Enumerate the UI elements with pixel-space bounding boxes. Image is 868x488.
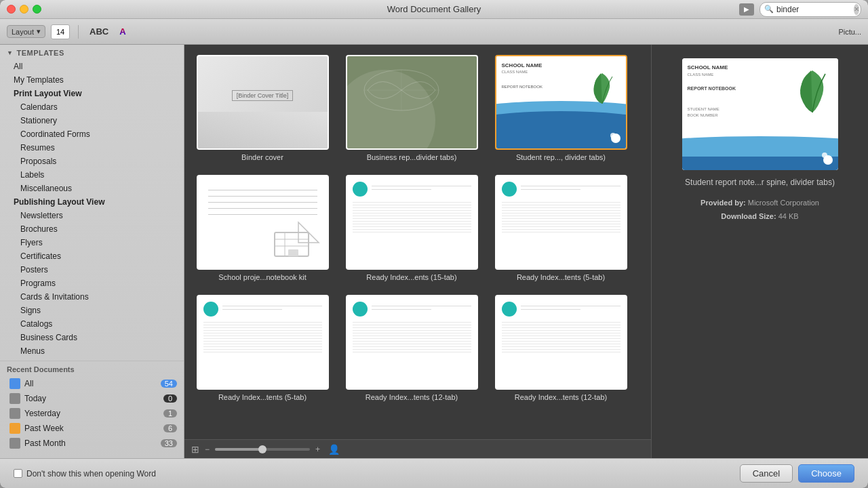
sidebar-item-brochures[interactable]: Brochures <box>0 222 184 236</box>
sidebar-item-programs[interactable]: Programs <box>0 277 184 290</box>
index-lines-5-2 <box>521 186 620 192</box>
sidebar-item-miscellaneous[interactable]: Miscellaneous <box>0 182 184 195</box>
sidebar-item-proposals[interactable]: Proposals <box>0 155 184 168</box>
template-card-notebook-kit[interactable]: School proje...notebook kit <box>195 175 330 281</box>
sidebar-item-resumes[interactable]: Resumes <box>0 141 184 155</box>
template-thumb-student-rep: SCHOOL NAME CLASS NAME REPORT NOTEBOOK S… <box>495 55 627 150</box>
window-title: Word Document Gallery <box>387 4 481 14</box>
template-label-business-rep: Business rep...divider tabs) <box>367 153 457 161</box>
recent-item-past-month[interactable]: Past Month 33 <box>0 436 184 451</box>
sidebar-item-labels[interactable]: Labels <box>0 168 184 182</box>
minimize-button[interactable] <box>20 5 28 14</box>
sidebar: ▼ TEMPLATES All My Templates Print Layou… <box>0 45 184 458</box>
cancel-button[interactable]: Cancel <box>740 464 793 483</box>
template-label-ready-index-15: Ready Index...ents (15-tab) <box>366 273 456 281</box>
teal-circle-15 <box>353 182 368 197</box>
template-thumb-notebook-kit <box>197 175 329 270</box>
maximize-button[interactable] <box>33 5 41 14</box>
recent-count-past-week: 6 <box>163 424 177 432</box>
sidebar-item-certificates[interactable]: Certificates <box>0 249 184 263</box>
sidebar-item-cards-invitations[interactable]: Cards & Invitations <box>0 290 184 304</box>
template-card-ready-index-15[interactable]: Ready Index...ents (15-tab) <box>344 175 479 281</box>
main-content: ▼ TEMPLATES All My Templates Print Layou… <box>0 45 868 458</box>
template-card-ready-index-12-col3[interactable]: Ready Index...tents (12-tab) <box>493 295 629 401</box>
sidebar-item-business-cards[interactable]: Business Cards <box>0 331 184 344</box>
recent-label-today: Today <box>24 394 159 403</box>
toolbar: Layout ▾ 14 ABC A Pictu... <box>0 19 868 45</box>
person-icon: 👤 <box>328 444 340 455</box>
sidebar-item-coordinated-forms[interactable]: Coordinated Forms <box>0 127 184 141</box>
template-thumb-ready-index-12-col3 <box>495 295 627 390</box>
template-label-ready-index-5-row2: Ready Index...tents (5-tab) <box>517 273 605 281</box>
sidebar-item-posters[interactable]: Posters <box>0 263 184 277</box>
sidebar-item-print-layout[interactable]: Print Layout View <box>0 87 184 100</box>
template-card-business-rep[interactable]: Business rep...divider tabs) <box>344 55 479 161</box>
template-thumb-business-rep <box>346 55 478 150</box>
template-card-binder-cover[interactable]: [Binder Cover Title] Binder cover <box>195 55 330 161</box>
recent-count-yesterday: 1 <box>163 409 177 418</box>
title-bar: Word Document Gallery ▶ 🔍 ✕ <box>0 0 868 19</box>
zoom-in-icon: + <box>315 445 320 454</box>
template-thumb-ready-index-12-col2 <box>346 295 478 390</box>
sidebar-item-flyers[interactable]: Flyers <box>0 236 184 249</box>
sidebar-item-catalogs[interactable]: Catalogs <box>0 317 184 331</box>
title-bar-controls: ▶ 🔍 ✕ <box>739 2 861 17</box>
window: Word Document Gallery ▶ 🔍 ✕ Layout ▾ 14 … <box>0 0 868 488</box>
template-label-ready-index-12-col3: Ready Index...tents (12-tab) <box>515 393 607 401</box>
traffic-lights <box>7 5 41 14</box>
template-thumb-binder-cover: [Binder Cover Title] <box>197 55 329 150</box>
gallery-grid-container[interactable]: [Binder Cover Title] Binder cover <box>184 45 651 439</box>
recent-icon-all <box>9 378 20 389</box>
template-label-student-rep: Student rep..., divider tabs) <box>516 153 606 161</box>
choose-button[interactable]: Choose <box>798 464 854 483</box>
recent-item-yesterday[interactable]: Yesterday 1 <box>0 406 184 421</box>
layout-toggle[interactable]: Layout ▾ <box>7 25 45 38</box>
preview-meta: Provided by: Microsoft Corporation Downl… <box>701 197 819 224</box>
template-card-student-rep[interactable]: SCHOOL NAME CLASS NAME REPORT NOTEBOOK S… <box>493 55 629 161</box>
recent-item-all[interactable]: All 54 <box>0 376 184 391</box>
template-card-ready-index-5-row3[interactable]: Ready Index...tents (5-tab) <box>195 295 330 401</box>
zoom-fill <box>215 448 262 451</box>
sidebar-item-menus[interactable]: Menus <box>0 344 184 358</box>
template-card-ready-index-12-col2[interactable]: Ready Index...tents (12-tab) <box>344 295 479 401</box>
recent-item-past-week[interactable]: Past Week 6 <box>0 421 184 436</box>
recent-documents-header: Recent Documents <box>0 361 184 376</box>
leaf-svg <box>589 70 616 107</box>
screen-icon: ▶ <box>739 3 754 16</box>
index-lines-12-3 <box>521 306 620 312</box>
sidebar-item-calendars[interactable]: Calendars <box>0 100 184 114</box>
zoom-out-icon: − <box>205 445 210 454</box>
sidebar-item-publishing-layout[interactable]: Publishing Layout View <box>0 195 184 209</box>
sidebar-item-stationery[interactable]: Stationery <box>0 114 184 127</box>
sidebar-item-all[interactable]: All <box>0 60 184 73</box>
dont-show-checkbox[interactable] <box>14 469 22 478</box>
close-button[interactable] <box>7 5 16 14</box>
preview-panel: SCHOOL NAME CLASS NAME REPORT NOTEBOOK S… <box>651 45 868 458</box>
svg-rect-7 <box>288 249 298 256</box>
gallery-grid: [Binder Cover Title] Binder cover <box>195 55 641 401</box>
sidebar-item-newsletters[interactable]: Newsletters <box>0 209 184 222</box>
zoom-slider[interactable] <box>215 448 310 451</box>
footer-buttons: Cancel Choose <box>740 464 854 483</box>
sidebar-item-my-templates[interactable]: My Templates <box>0 73 184 87</box>
preview-provider: Provided by: Microsoft Corporation <box>701 197 819 210</box>
font-style-abc: ABC <box>87 25 111 38</box>
search-box[interactable]: 🔍 ✕ <box>760 2 861 17</box>
font-size-box[interactable]: 14 <box>51 24 70 39</box>
sidebar-item-signs[interactable]: Signs <box>0 304 184 317</box>
templates-section-header: ▼ TEMPLATES <box>0 45 184 60</box>
template-card-ready-index-5-row2[interactable]: Ready Index...tents (5-tab) <box>493 175 629 281</box>
template-thumb-ready-index-5-row3 <box>197 295 329 390</box>
search-clear-button[interactable]: ✕ <box>854 4 859 15</box>
toolbar-separator <box>78 25 79 39</box>
recent-item-today[interactable]: Today 0 <box>0 391 184 406</box>
template-label-binder-cover: Binder cover <box>241 153 283 161</box>
template-label-notebook-kit: School proje...notebook kit <box>218 273 307 281</box>
recent-label-all: All <box>24 379 157 388</box>
search-input[interactable] <box>776 5 851 14</box>
zoom-thumb[interactable] <box>258 445 267 453</box>
preview-large-thumb: SCHOOL NAME CLASS NAME REPORT NOTEBOOK S… <box>682 58 838 170</box>
index-lines-12-2 <box>372 306 471 312</box>
recent-count-past-month: 33 <box>161 439 177 447</box>
recent-label-past-week: Past Week <box>24 424 159 433</box>
